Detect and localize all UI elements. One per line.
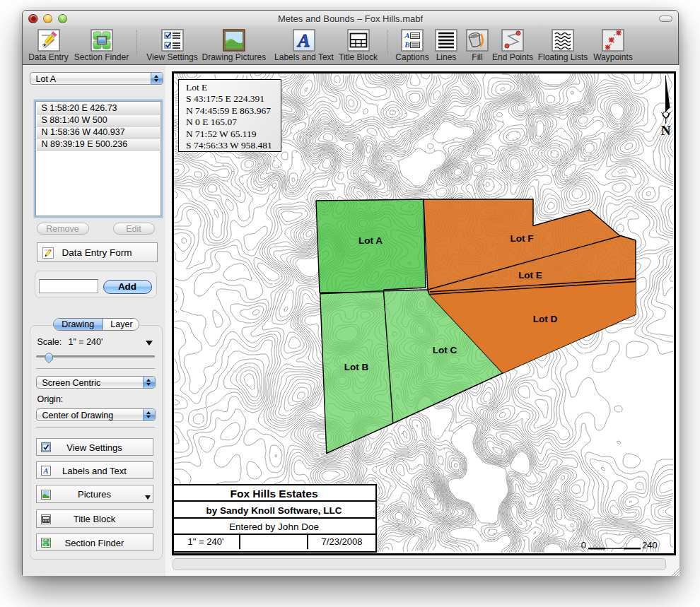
svg-text:Lot C: Lot C: [433, 345, 457, 355]
svg-text:A: A: [404, 31, 409, 40]
svg-text:240: 240: [642, 540, 658, 550]
svg-text:0: 0: [581, 540, 586, 550]
svg-text:Lot F: Lot F: [511, 233, 534, 244]
svg-text:N: N: [661, 123, 671, 138]
svg-text:B: B: [404, 40, 409, 49]
svg-text:Lot D: Lot D: [533, 314, 558, 324]
svg-text:Lot B: Lot B: [344, 362, 369, 372]
svg-text:A: A: [296, 30, 310, 51]
svg-text:Lot A: Lot A: [358, 235, 383, 246]
svg-text:Lot E: Lot E: [518, 270, 542, 281]
svg-text:A: A: [42, 466, 48, 475]
